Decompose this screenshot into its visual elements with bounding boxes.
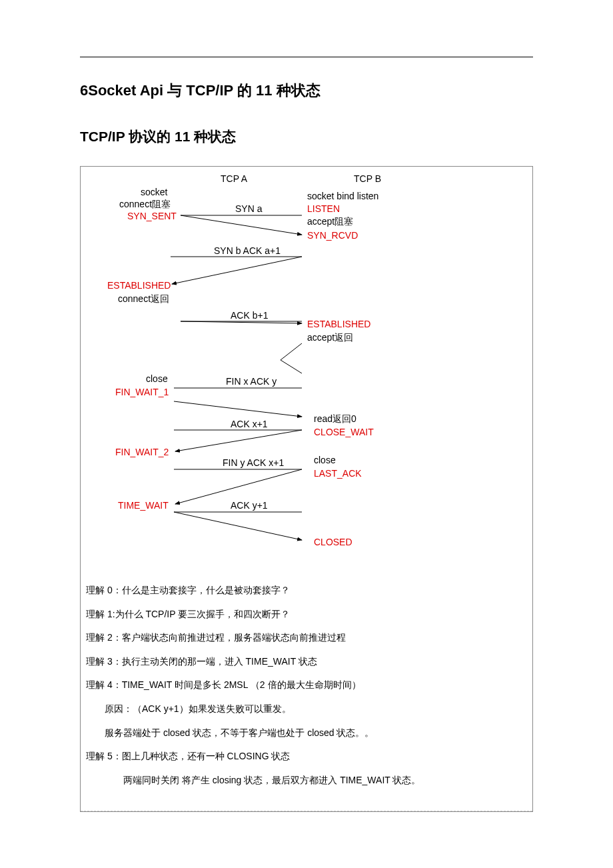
note-5: 理解 5：图上几种状态，还有一种 CLOSING 状态 [86,750,527,763]
arrow-label-ack-y1: ACK y+1 [231,500,268,511]
state-closed: CLOSED [314,537,352,547]
label-connect-block: connect阻塞 [119,199,171,211]
note-4: 理解 4：TIME_WAIT 时间是多长 2MSL （2 倍的最大生命期时间） [86,679,527,692]
footer-dashed-line [81,811,532,811]
main-title: 6Socket Api 与 TCP/IP 的 11 种状态 [80,81,533,101]
label-socket: socket [141,187,167,197]
state-fin-wait-2: FIN_WAIT_2 [115,447,169,457]
state-established-b: ESTABLISHED [307,319,370,329]
svg-line-11 [175,430,302,451]
note-2: 理解 2：客户端状态向前推进过程，服务器端状态向前推进过程 [86,631,527,645]
note-4a: 原因：（ACK y+1）如果发送失败可以重发。 [86,703,527,716]
tcp-state-diagram: TCP A TCP B socket connect阻塞 SYN_SENT ES… [81,167,532,567]
label-accept-return: accept返回 [307,332,353,344]
state-listen: LISTEN [307,203,340,214]
note-0: 理解 0：什么是主动套接字，什么是被动套接字？ [86,584,527,597]
arrow-label-fin-x: FIN x ACK y [226,376,277,387]
state-last-ack: LAST_ACK [314,468,362,479]
label-close-b: close [314,455,336,465]
sub-title: TCP/IP 协议的 11 种状态 [80,127,533,146]
svg-line-10 [174,401,302,417]
state-syn-sent: SYN_SENT [127,211,177,221]
arrow-label-syn-a: SYN a [235,203,262,214]
state-syn-rcvd: SYN_RCVD [307,230,358,241]
svg-line-13 [174,512,302,540]
label-close-a: close [146,373,168,384]
label-connect-return: connect返回 [118,293,169,305]
note-3: 理解 3：执行主动关闭的那一端，进入 TIME_WAIT 状态 [86,655,527,669]
svg-line-7 [181,215,302,235]
page-header-rule [80,57,533,57]
arrow-label-ack-x1: ACK x+1 [231,419,268,429]
arrow-label-syn-b-ack: SYN b ACK a+1 [214,245,281,256]
state-close-wait: CLOSE_WAIT [314,427,374,437]
label-socket-bind-listen: socket bind listen [307,191,378,201]
note-4b: 服务器端处于 closed 状态，不等于客户端也处于 closed 状态。。 [86,727,527,740]
header-tcp-b: TCP B [354,173,381,184]
notes-section: 理解 0：什么是主动套接字，什么是被动套接字？ 理解 1:为什么 TCP/IP … [81,567,532,805]
label-accept-block: accept阻塞 [307,216,353,228]
state-time-wait: TIME_WAIT [118,500,169,511]
arrow-label-fin-y: FIN y ACK x+1 [223,457,284,468]
header-tcp-a: TCP A [221,173,247,184]
label-read-return-0: read返回0 [314,413,356,425]
state-fin-wait-1: FIN_WAIT_1 [115,387,169,397]
svg-line-8 [172,257,302,284]
note-1: 理解 1:为什么 TCP/IP 要三次握手，和四次断开？ [86,608,527,621]
diagram-container: TCP A TCP B socket connect阻塞 SYN_SENT ES… [80,166,533,812]
note-5a: 两端同时关闭 将产生 closing 状态，最后双方都进入 TIME_WAIT … [86,774,527,787]
svg-line-12 [175,469,302,504]
arrow-label-ack-b1: ACK b+1 [231,310,268,321]
svg-line-9 [181,321,302,323]
state-established-a: ESTABLISHED [107,280,171,291]
